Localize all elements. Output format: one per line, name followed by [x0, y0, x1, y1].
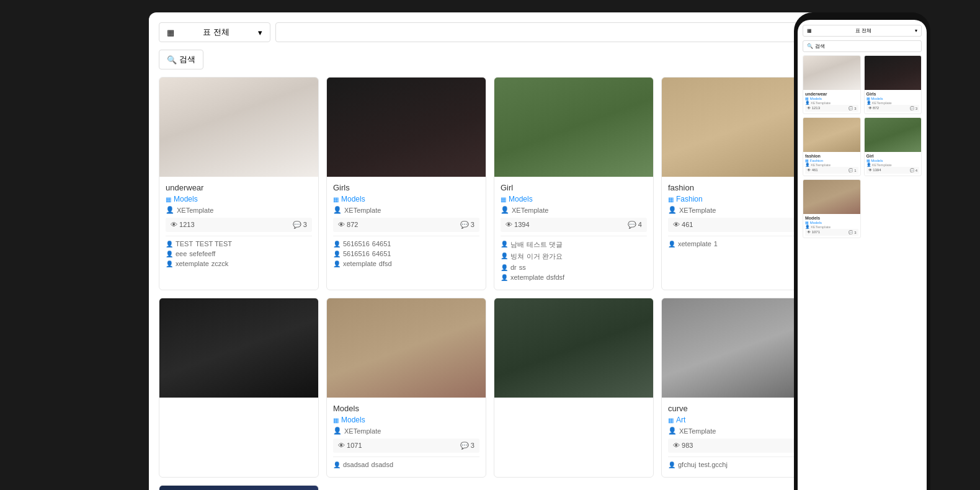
comment-text: dfsd — [379, 260, 392, 267]
card-author: 👤 XETemplate — [501, 206, 647, 214]
comment-row: 👤 빙쳐 이거 완가요 — [501, 252, 647, 261]
mobile-card-author: 👤 XETemplate — [805, 163, 858, 167]
card-author: 👤 XETemplate — [668, 427, 814, 435]
mobile-card-title: Girl — [866, 154, 920, 158]
category-name: Models — [341, 195, 365, 203]
mobile-card-author: 👤 XETemplate — [866, 163, 920, 167]
user-icon: 👤 — [501, 264, 508, 271]
views-count: 👁 1213 — [171, 221, 195, 229]
comment-user: xetemplate — [176, 260, 209, 267]
comment-user: TEST — [176, 240, 193, 247]
comments-section: 👤 5616516 64651 👤 5616516 64651 👤 xetemp… — [333, 236, 479, 267]
mobile-card-image — [865, 118, 922, 152]
mobile-toolbar: ▦ 표 전체 ▾ — [803, 25, 922, 37]
mobile-card-body: underwear ▦ Models 👤 XETemplate 👁 1213 💬… — [803, 90, 860, 114]
card-category[interactable]: ▦ Models — [501, 195, 647, 203]
comment-text: 테스트 댓글 — [527, 240, 563, 249]
user-icon: 👤 — [501, 241, 508, 247]
author-name: XETemplate — [679, 427, 716, 435]
mobile-comments: 💬 1 — [849, 168, 856, 172]
card-stats: 👁 1071 💬 3 — [333, 439, 479, 453]
main-container: ▦ 표 전체 ▾ 🔍 검색 underwear ▦ Models 👤 XETem… — [149, 12, 831, 490]
card-image — [159, 298, 318, 398]
card-image — [327, 78, 486, 177]
dropdown-label: 표 전체 — [203, 27, 229, 38]
category-icon: ▦ — [668, 196, 674, 203]
search-icon: 🔍 — [167, 55, 177, 65]
author-name: XETemplate — [177, 207, 213, 214]
comment-text: dsfdsf — [546, 274, 564, 281]
mobile-card-image — [803, 180, 860, 214]
user-icon: 👤 — [166, 261, 173, 267]
comments-count: 💬 4 — [628, 221, 642, 229]
comments-count: 💬 3 — [460, 221, 474, 229]
comment-text: zczck — [212, 260, 229, 267]
mobile-screen: ▦ 표 전체 ▾ 🔍 검색 underwear ▦ Models 👤 XETem… — [798, 20, 927, 490]
mobile-card-body: Girls ▦ Models 👤 XETemplate 👁 872 💬 3 — [865, 90, 922, 114]
card-stats: 👁 983 💬 1 — [668, 439, 814, 453]
views-count: 👁 983 — [673, 442, 693, 450]
card-category[interactable]: ▦ Models — [333, 195, 479, 203]
card-man — [159, 298, 319, 478]
mobile-card: Models ▦ Models 👤 XETemplate 👁 1071 💬 3 — [803, 179, 861, 238]
card-girls: Girls ▦ Models 👤 XETemplate 👁 872 💬 3 👤 … — [326, 77, 486, 290]
mobile-card-title: Models — [805, 216, 858, 220]
mobile-card-author: 👤 XETemplate — [805, 100, 858, 105]
card-body: Models ▦ Models 👤 XETemplate 👁 1071 💬 3 … — [327, 398, 486, 477]
mobile-card-stats: 👁 872 💬 3 — [866, 105, 920, 112]
category-dropdown[interactable]: ▦ 표 전체 ▾ — [159, 22, 270, 42]
user-icon: 👤 — [501, 252, 508, 259]
card-category[interactable]: ▦ Models — [166, 195, 312, 203]
card-stats: 👁 872 💬 3 — [333, 218, 479, 232]
card-image — [159, 78, 318, 177]
comment-row: 👤 5616516 64651 — [333, 250, 479, 257]
comment-user: gfchuj — [678, 461, 696, 468]
mobile-card-stats: 👁 1394 💬 4 — [866, 167, 920, 174]
search-button[interactable]: 🔍 검색 — [159, 50, 203, 69]
card-title: curve — [668, 404, 814, 413]
comment-row: 👤 dr ss — [501, 264, 647, 271]
card-models: Models ▦ Models 👤 XETemplate 👁 1071 💬 3 … — [326, 298, 486, 478]
comments-section: 👤 gfchuj test.gcchj — [668, 457, 814, 468]
card-image — [159, 486, 318, 490]
card-body: Girl ▦ Models 👤 XETemplate 👁 1394 💬 4 👤 … — [494, 177, 653, 290]
mobile-views: 👁 1071 — [807, 230, 820, 234]
card-underwear: underwear ▦ Models 👤 XETemplate 👁 1213 💬… — [159, 77, 319, 290]
card-category[interactable]: ▦ Models — [333, 416, 479, 424]
author-icon: 👤 — [333, 427, 342, 435]
card-blue — [159, 485, 319, 490]
mobile-card-category: ▦ Models — [866, 96, 920, 100]
author-icon: 👤 — [166, 206, 174, 214]
mobile-mockup: ▦ 표 전체 ▾ 🔍 검색 underwear ▦ Models 👤 XETem… — [794, 12, 930, 490]
category-name: Models — [341, 416, 365, 424]
card-category[interactable]: ▦ Fashion — [668, 195, 814, 203]
comment-row: 👤 eee sefefeeff — [166, 250, 312, 257]
author-icon: 👤 — [333, 206, 342, 214]
card-stats: 👁 1213 💬 3 — [166, 218, 312, 232]
comment-user: 빙쳐 — [510, 252, 524, 261]
card-category[interactable]: ▦ Art — [668, 416, 814, 424]
dropdown-icon: ▦ — [167, 28, 174, 37]
mobile-card-title: underwear — [805, 92, 858, 96]
comment-row: 👤 xetemplate zczck — [166, 260, 312, 267]
comment-user: dsadsad — [343, 461, 369, 468]
card-title: fashion — [668, 183, 814, 192]
mobile-card-category: ▦ Models — [805, 96, 858, 100]
search-input[interactable] — [275, 22, 821, 42]
comment-row: 👤 남배 테스트 댓글 — [501, 240, 647, 249]
mobile-card-category: ▦ Fashion — [805, 158, 858, 163]
author-name: XETemplate — [344, 207, 381, 214]
mobile-card-title: fashion — [805, 154, 858, 158]
comment-user: dr — [510, 264, 517, 271]
mobile-card-category: ▦ Models — [805, 220, 858, 225]
comment-text: 이거 완가요 — [527, 252, 563, 261]
mobile-card-image — [803, 56, 860, 90]
user-icon: 👤 — [668, 241, 675, 247]
card-stats: 👁 461 💬 1 — [668, 218, 814, 232]
chevron-down-icon: ▾ — [258, 28, 262, 37]
views-count: 👁 1394 — [506, 221, 530, 229]
views-count: 👁 461 — [673, 221, 693, 229]
mobile-card: Girl ▦ Models 👤 XETemplate 👁 1394 💬 4 — [864, 117, 922, 176]
user-icon: 👤 — [333, 251, 341, 257]
category-name: Models — [174, 195, 198, 203]
